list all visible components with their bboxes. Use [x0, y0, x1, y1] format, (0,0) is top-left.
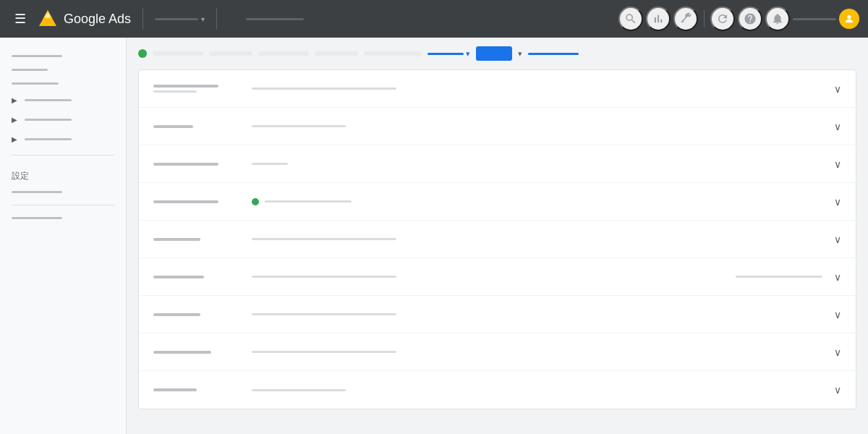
row-primary-bar [153, 238, 200, 241]
nav-right-account-bar [793, 18, 836, 20]
row-primary-bar [153, 85, 218, 88]
row-expand-icon[interactable]: ∨ [834, 234, 841, 245]
filter-dropdown[interactable]: ▾ [427, 49, 470, 59]
row-content-bar [252, 313, 396, 315]
sidebar-chevron-6: ▶ [12, 135, 17, 143]
filter-dropdown-label [427, 53, 464, 55]
row-primary-bar [153, 200, 218, 203]
refresh-icon [716, 12, 729, 25]
row-label-1 [153, 85, 240, 93]
row-content-bar [252, 238, 396, 240]
row-primary-bar [153, 388, 197, 391]
row-content-bar [252, 125, 346, 127]
row-expand-icon[interactable]: ∨ [834, 121, 841, 132]
status-dot [252, 198, 259, 205]
row-content-8 [252, 351, 822, 353]
row-content-bar [252, 88, 396, 90]
row-label-7 [153, 313, 240, 316]
nav-icon-divider [704, 10, 705, 27]
svg-point-2 [46, 14, 50, 18]
dropdown-chevron-icon: ▾ [466, 49, 470, 59]
sidebar-item-8[interactable] [0, 211, 126, 225]
filter-chip-2[interactable] [209, 51, 252, 56]
table-row[interactable]: ∨ [139, 183, 856, 221]
table-row[interactable]: ∨ [139, 108, 856, 145]
table-row[interactable]: ∨ [139, 296, 856, 333]
sidebar-item-1[interactable] [0, 49, 126, 63]
row-content-7 [252, 313, 822, 315]
row-primary-bar [153, 276, 204, 278]
refresh-button[interactable] [710, 7, 735, 31]
table-row[interactable]: ∨ [139, 145, 856, 183]
sidebar-label-bar-5 [25, 119, 72, 121]
sidebar: ▶ ▶ ▶ 設定 [0, 38, 127, 434]
row-label-2 [153, 125, 240, 128]
tools-button[interactable] [673, 7, 698, 31]
row-label-4 [153, 200, 240, 203]
row-label-8 [153, 351, 240, 354]
main-content: ▾ ▾ ∨ [127, 38, 868, 434]
nav-divider-2 [216, 8, 217, 30]
sidebar-item-2[interactable] [0, 63, 126, 77]
table-row[interactable]: ∨ [139, 258, 856, 296]
sidebar-label-bar-6 [25, 138, 72, 140]
table-row[interactable]: ∨ [139, 70, 856, 108]
search-icon [624, 12, 637, 25]
row-content-bar [252, 389, 346, 391]
active-filter-chip[interactable] [476, 46, 512, 61]
sidebar-item-7[interactable] [0, 185, 126, 199]
table-row[interactable]: ∨ [139, 221, 856, 258]
help-button[interactable] [738, 7, 762, 31]
user-avatar[interactable] [839, 9, 859, 29]
segment-dropdown[interactable]: ▾ [518, 49, 522, 59]
row-secondary-bar [153, 90, 197, 93]
row-expand-icon[interactable]: ∨ [834, 346, 841, 358]
filter-chip-5[interactable] [364, 51, 422, 56]
notifications-button[interactable] [765, 7, 790, 31]
search-button[interactable] [618, 7, 643, 31]
main-layout: ▶ ▶ ▶ 設定 [0, 38, 868, 434]
row-expand-icon[interactable]: ∨ [834, 83, 841, 95]
row-content-1 [252, 88, 822, 90]
filter-chip-1[interactable] [153, 51, 203, 56]
row-content-4 [252, 198, 822, 205]
row-content-2 [252, 125, 822, 127]
filter-chip-3[interactable] [258, 51, 309, 56]
row-expand-icon[interactable]: ∨ [834, 309, 841, 320]
row-content-5 [252, 238, 822, 240]
sidebar-chevron-5: ▶ [12, 116, 17, 124]
sidebar-item-4[interactable]: ▶ [0, 90, 126, 110]
row-content-6 [252, 276, 724, 278]
app-logo: Google Ads [38, 9, 131, 29]
status-indicator [138, 49, 147, 58]
row-expand-icon[interactable]: ∨ [834, 384, 841, 396]
filter-chip-4[interactable] [315, 51, 358, 56]
nav-account-bar [155, 18, 198, 20]
sidebar-item-5[interactable]: ▶ [0, 110, 126, 129]
row-primary-bar [153, 313, 200, 316]
row-expand-icon[interactable]: ∨ [834, 196, 841, 208]
top-navigation: ☰ Google Ads ▾ [0, 0, 868, 38]
sidebar-divider-1 [12, 155, 114, 156]
row-primary-bar [153, 125, 193, 128]
avatar-icon [843, 13, 855, 25]
nav-secondary-bar [246, 18, 304, 20]
sidebar-label-bar-7 [12, 191, 62, 193]
table-row[interactable]: ∨ [139, 371, 856, 409]
hamburger-menu[interactable]: ☰ [9, 8, 32, 30]
nav-search-area: ▾ [155, 15, 205, 23]
sidebar-label-bar-4 [25, 99, 72, 101]
sidebar-label-bar-8 [12, 217, 62, 219]
row-content-3 [252, 163, 822, 165]
row-primary-bar [153, 163, 218, 166]
sidebar-item-6[interactable]: ▶ [0, 129, 126, 149]
reports-button[interactable] [646, 7, 671, 31]
row-expand-icon[interactable]: ∨ [834, 158, 841, 170]
row-label-5 [153, 238, 240, 241]
segment-dropdown-icon: ▾ [518, 49, 522, 59]
row-expand-icon[interactable]: ∨ [834, 271, 841, 283]
view-link[interactable] [528, 53, 579, 55]
nav-dropdown-icon[interactable]: ▾ [201, 15, 205, 23]
sidebar-item-3[interactable] [0, 77, 126, 90]
table-row[interactable]: ∨ [139, 333, 856, 371]
